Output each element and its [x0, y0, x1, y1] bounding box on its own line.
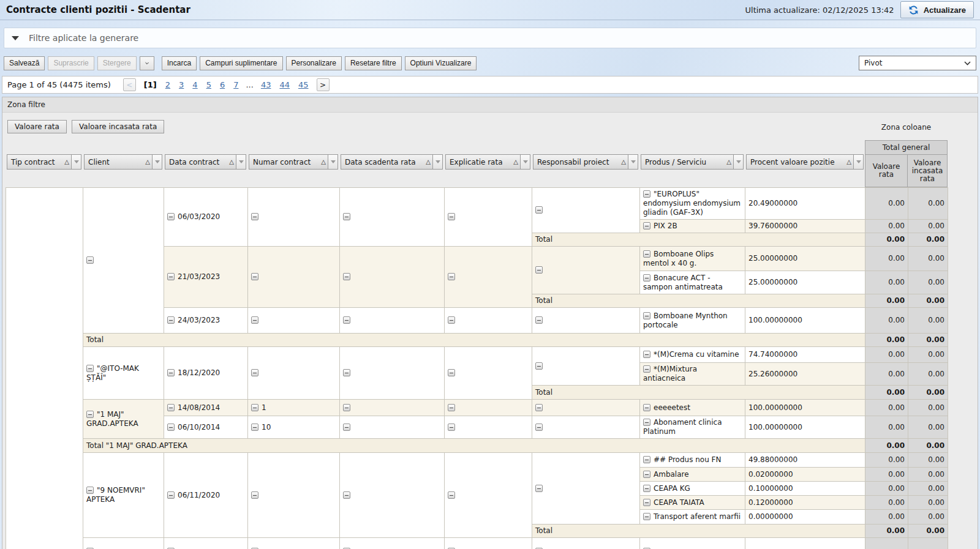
- cell-v: 0.00: [908, 334, 948, 347]
- column-header-responsabil-proiect[interactable]: Responsabil proiect △: [533, 154, 638, 170]
- collapse-icon[interactable]: [343, 213, 350, 220]
- collapse-icon[interactable]: [448, 316, 455, 324]
- collapse-icon[interactable]: [86, 487, 94, 494]
- collapse-icon[interactable]: [448, 213, 455, 220]
- column-header-client[interactable]: Client △: [84, 154, 162, 170]
- page-link-6[interactable]: 6: [220, 80, 225, 89]
- collapse-icon[interactable]: [448, 491, 455, 499]
- collapse-icon[interactable]: [86, 411, 94, 418]
- collapse-icon[interactable]: [535, 424, 543, 431]
- column-header-produs-serviciu[interactable]: Produs / Serviciu △: [641, 154, 744, 170]
- collapse-icon[interactable]: [167, 213, 175, 220]
- collapse-icon[interactable]: [448, 404, 455, 411]
- toolbar-button-stergere[interactable]: Stergere: [97, 56, 137, 70]
- page-link-44[interactable]: 44: [279, 80, 290, 89]
- filter-dropdown-button[interactable]: [432, 155, 442, 169]
- collapse-icon[interactable]: [643, 190, 650, 198]
- filter-dropdown-button[interactable]: [152, 155, 162, 169]
- filter-dropdown-button[interactable]: [520, 155, 530, 169]
- toolbar-button-suprascrie[interactable]: Suprascrie: [48, 56, 94, 70]
- collapse-icon[interactable]: [86, 256, 94, 264]
- filter-dropdown-button[interactable]: [628, 155, 638, 169]
- collapse-icon[interactable]: [643, 513, 650, 520]
- column-header-data-contract[interactable]: Data contract △: [165, 154, 246, 170]
- collapse-icon[interactable]: [251, 369, 258, 376]
- collapse-icon[interactable]: [643, 419, 650, 426]
- page-link-5[interactable]: 5: [206, 80, 211, 89]
- column-header-procent-valoare-pozitie[interactable]: Procent valoare pozitie △: [746, 154, 864, 170]
- collapse-icon[interactable]: [251, 273, 258, 280]
- collapse-icon[interactable]: [251, 491, 258, 499]
- filter-dropdown-button[interactable]: [328, 155, 337, 169]
- filter-dropdown-button[interactable]: [71, 155, 81, 169]
- collapse-icon[interactable]: [535, 404, 543, 411]
- page-link-43[interactable]: 43: [261, 80, 271, 89]
- column-header-data-scadenta-rata[interactable]: Data scadenta rata △: [341, 154, 443, 170]
- collapse-icon[interactable]: [535, 362, 543, 370]
- toolbar-button-campuri-suplimentare[interactable]: Campuri suplimentare: [200, 56, 282, 70]
- cell-due: [340, 416, 445, 439]
- collapse-icon[interactable]: [643, 485, 650, 492]
- collapse-icon[interactable]: [86, 365, 94, 372]
- collapse-arrow-icon[interactable]: [12, 36, 19, 40]
- collapse-icon[interactable]: [251, 404, 258, 411]
- page-link-2[interactable]: 2: [165, 80, 170, 89]
- toolbar-button-optiuni-vizualizare[interactable]: Optiuni Vizualizare: [405, 56, 477, 70]
- collapse-icon[interactable]: [535, 485, 543, 492]
- collapse-icon[interactable]: [448, 424, 455, 431]
- toolbar-dropdown-button[interactable]: [140, 56, 154, 70]
- collapse-icon[interactable]: [643, 365, 650, 373]
- page-link-3[interactable]: 3: [179, 80, 184, 89]
- page-link-4[interactable]: 4: [192, 80, 197, 89]
- collapse-icon[interactable]: [448, 273, 455, 280]
- filter-dropdown-button[interactable]: [236, 155, 246, 169]
- toolbar-button-personalizare[interactable]: Personalizare: [286, 56, 342, 70]
- filter-chip-valoare-incasata-rata[interactable]: Valoare incasata rata: [72, 120, 164, 133]
- collapse-icon[interactable]: [167, 424, 175, 431]
- collapse-icon[interactable]: [167, 404, 175, 411]
- collapse-icon[interactable]: [343, 424, 350, 431]
- collapse-icon[interactable]: [643, 499, 650, 506]
- collapse-icon[interactable]: [167, 273, 175, 280]
- collapse-icon[interactable]: [643, 404, 650, 411]
- collapse-icon[interactable]: [643, 222, 650, 230]
- collapse-icon[interactable]: [251, 316, 258, 324]
- filters-collapse-panel[interactable]: Filtre aplicate la generare: [4, 28, 976, 48]
- collapse-icon[interactable]: [643, 274, 650, 282]
- cell-due: [340, 400, 445, 416]
- collapse-icon[interactable]: [343, 369, 350, 376]
- column-header-tip-contract[interactable]: Tip contract △: [7, 154, 81, 170]
- collapse-icon[interactable]: [535, 266, 543, 274]
- collapse-icon[interactable]: [251, 213, 258, 220]
- collapse-icon[interactable]: [343, 404, 350, 411]
- prev-page-button[interactable]: <: [123, 78, 136, 91]
- column-header-explicatie-rata[interactable]: Explicatie rata △: [445, 154, 530, 170]
- column-header-numar-contract[interactable]: Numar contract △: [249, 154, 338, 170]
- filter-chip-valoare-rata[interactable]: Valoare rata: [7, 120, 67, 133]
- collapse-icon[interactable]: [343, 273, 350, 280]
- filter-dropdown-button[interactable]: [853, 155, 863, 169]
- collapse-icon[interactable]: [167, 316, 175, 324]
- collapse-icon[interactable]: [167, 369, 175, 376]
- collapse-icon[interactable]: [343, 316, 350, 324]
- toolbar-button-resetare-filtre[interactable]: Resetare filtre: [345, 56, 402, 70]
- collapse-icon[interactable]: [535, 206, 543, 214]
- collapse-icon[interactable]: [643, 250, 650, 258]
- filter-dropdown-button[interactable]: [733, 155, 743, 169]
- collapse-icon[interactable]: [167, 491, 175, 499]
- next-page-button[interactable]: >: [317, 78, 330, 91]
- collapse-icon[interactable]: [343, 491, 350, 499]
- collapse-icon[interactable]: [643, 312, 650, 319]
- page-link-7[interactable]: 7: [233, 80, 238, 89]
- refresh-button[interactable]: Actualizare: [900, 1, 974, 18]
- page-link-45[interactable]: 45: [298, 80, 309, 89]
- collapse-icon[interactable]: [643, 456, 650, 463]
- toolbar-button-salveaz[interactable]: Salvează: [4, 56, 45, 70]
- collapse-icon[interactable]: [535, 316, 543, 324]
- collapse-icon[interactable]: [643, 471, 650, 478]
- toolbar-button-incarca[interactable]: Incarca: [162, 56, 197, 70]
- collapse-icon[interactable]: [251, 424, 258, 431]
- collapse-icon[interactable]: [643, 351, 650, 358]
- view-mode-select[interactable]: Pivot: [859, 56, 976, 70]
- collapse-icon[interactable]: [448, 369, 455, 376]
